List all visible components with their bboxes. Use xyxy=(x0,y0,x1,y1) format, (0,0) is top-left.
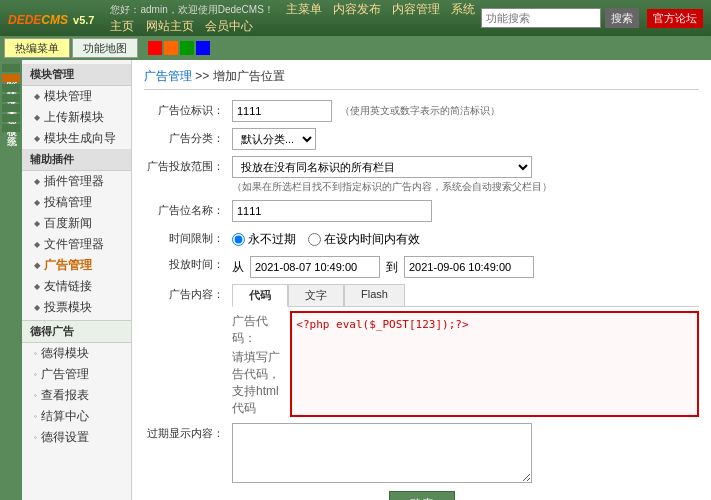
search-input[interactable] xyxy=(481,8,601,28)
ad-type-select[interactable]: 默认分类... xyxy=(232,128,316,150)
core-nav-member[interactable]: 会员 xyxy=(2,104,20,112)
ad-id-hint: （使用英文或数字表示的简洁标识） xyxy=(340,100,500,118)
sidebar-item-dede-module[interactable]: ◦ 德得模块 xyxy=(22,343,131,364)
submit-button[interactable]: 确定 xyxy=(389,491,455,500)
bullet-icon: ◦ xyxy=(34,370,37,379)
bullet-icon: ◆ xyxy=(34,240,40,249)
date-row: 从 到 xyxy=(232,254,534,278)
core-nav-generate[interactable]: 生成 xyxy=(2,84,20,92)
bullet-icon: ◆ xyxy=(34,92,40,101)
ad-id-input[interactable] xyxy=(232,100,332,122)
core-nav: 核心 模块 生成 采集 会员 模板 系统 xyxy=(0,60,22,500)
bullet-icon: ◆ xyxy=(34,134,40,143)
radio-period-input[interactable] xyxy=(308,233,321,246)
form-row-ad-name: 广告位名称： xyxy=(144,200,699,222)
tab-function-map[interactable]: 功能地图 xyxy=(72,38,138,58)
radio-forever[interactable]: 永不过期 xyxy=(232,231,296,248)
breadcrumb-current: 增加广告位置 xyxy=(213,69,285,83)
breadcrumb-separator: >> xyxy=(195,69,209,83)
search-button[interactable]: 搜索 xyxy=(605,8,639,28)
sidebar-item-ad-mgmt[interactable]: ◆ 广告管理 xyxy=(22,255,131,276)
sidebar-item-friendship-links[interactable]: ◆ 友情链接 xyxy=(22,276,131,297)
ad-name-input[interactable] xyxy=(232,200,432,222)
ad-name-label: 广告位名称： xyxy=(144,200,224,218)
tab-flash[interactable]: Flash xyxy=(344,284,405,306)
breadcrumb-parent[interactable]: 广告管理 xyxy=(144,69,192,83)
form-row-time-limit: 时间限制： 永不过期 在设内时间内有效 xyxy=(144,228,699,248)
code-description: 广告代码： 请填写广告代码，支持html代码 xyxy=(232,311,284,417)
form-row-expiry: 过期显示内容： xyxy=(144,423,699,483)
form-row-ad-range: 广告投放范围： 投放在没有同名标识的所有栏目 （如果在所选栏目找不到指定标识的广… xyxy=(144,156,699,194)
tab-code[interactable]: 代码 xyxy=(232,284,288,307)
publish-time-label: 投放时间： xyxy=(144,254,224,272)
breadcrumb: 广告管理 >> 增加广告位置 xyxy=(144,68,699,90)
color-box-green[interactable] xyxy=(180,41,194,55)
bullet-icon: ◆ xyxy=(34,177,40,186)
form-row-publish-time: 投放时间： 从 到 xyxy=(144,254,699,278)
sidebar-item-module-wizard[interactable]: ◆ 模块生成向导 xyxy=(22,128,131,149)
sidebar-item-dede-settings[interactable]: ◦ 德得设置 xyxy=(22,427,131,448)
color-box-red[interactable] xyxy=(148,41,162,55)
bullet-icon: ◆ xyxy=(34,282,40,291)
sidebar-item-plugin-mgr[interactable]: ◆ 插件管理器 xyxy=(22,171,131,192)
from-date-input[interactable] xyxy=(250,256,380,278)
sidebar-item-upload-module[interactable]: ◆ 上传新模块 xyxy=(22,107,131,128)
core-nav-module[interactable]: 模块 xyxy=(2,74,20,82)
bullet-icon: ◆ xyxy=(34,261,40,270)
sidebar-section-module-mgmt: 模块管理 xyxy=(22,64,131,86)
left-panel: 模块管理 ◆ 模块管理 ◆ 上传新模块 ◆ 模块生成向导 辅助插件 ◆ 插件管理… xyxy=(22,60,132,500)
bullet-icon: ◆ xyxy=(34,303,40,312)
radio-group-time: 永不过期 在设内时间内有效 xyxy=(232,228,420,248)
official-link[interactable]: 官方论坛 xyxy=(647,9,703,28)
sidebar-section-dede-ad: 德得广告 xyxy=(22,320,131,343)
nav-content-publish[interactable]: 内容发布 xyxy=(333,2,381,16)
core-nav-system[interactable]: 系统 xyxy=(2,124,20,132)
sidebar-item-dede-ad-mgmt[interactable]: ◦ 广告管理 xyxy=(22,364,131,385)
core-nav-core[interactable]: 核心 xyxy=(2,64,20,72)
ad-range-select[interactable]: 投放在没有同名标识的所有栏目 xyxy=(232,156,532,178)
code-hint: 请填写广告代码，支持html代码 xyxy=(232,349,284,417)
color-boxes xyxy=(148,41,210,55)
header: DEDECMS v5.7 您好：admin，欢迎使用DedeCMS！ 主菜单 内… xyxy=(0,0,711,36)
sidebar-item-vote-module[interactable]: ◆ 投票模块 xyxy=(22,297,131,318)
core-nav-collect[interactable]: 采集 xyxy=(2,94,20,102)
to-date-input[interactable] xyxy=(404,256,534,278)
header-links: 您好：admin，欢迎使用DedeCMS！ 主菜单 内容发布 内容管理 系统主页… xyxy=(110,1,481,35)
logo-version: v5.7 xyxy=(73,14,94,26)
radio-forever-label: 永不过期 xyxy=(248,231,296,248)
sidebar-item-settlement[interactable]: ◦ 结算中心 xyxy=(22,406,131,427)
ad-type-label: 广告分类： xyxy=(144,128,224,146)
sidebar-item-view-report[interactable]: ◦ 查看报表 xyxy=(22,385,131,406)
expiry-textarea[interactable] xyxy=(232,423,532,483)
expiry-label: 过期显示内容： xyxy=(144,423,224,441)
content-area: 广告管理 >> 增加广告位置 广告位标识： （使用英文或数字表示的简洁标识） 广… xyxy=(132,60,711,500)
logo: DEDECMS v5.7 xyxy=(8,8,94,29)
tab-hot-menu[interactable]: 热编菜单 xyxy=(4,38,70,58)
logo-cms: CMS xyxy=(41,13,68,27)
sidebar-item-submission[interactable]: ◆ 投稿管理 xyxy=(22,192,131,213)
sidebar-item-module-mgmt[interactable]: ◆ 模块管理 xyxy=(22,86,131,107)
sidebar-item-baidu-news[interactable]: ◆ 百度新闻 xyxy=(22,213,131,234)
bullet-icon: ◆ xyxy=(34,198,40,207)
core-nav-template[interactable]: 模板 xyxy=(2,114,20,122)
radio-period[interactable]: 在设内时间内有效 xyxy=(308,231,420,248)
form-row-content: 广告内容： 代码 文字 Flash 广告代码： 请填写广告代码，支持html代码… xyxy=(144,284,699,417)
tab-text[interactable]: 文字 xyxy=(288,284,344,306)
color-box-blue[interactable] xyxy=(196,41,210,55)
sidebar-section-helper: 辅助插件 xyxy=(22,149,131,171)
content-tabs: 代码 文字 Flash xyxy=(232,284,699,307)
bullet-icon: ◦ xyxy=(34,391,37,400)
nav-content-manage[interactable]: 内容管理 xyxy=(392,2,440,16)
nav-main[interactable]: 主菜单 xyxy=(286,2,322,16)
bullet-icon: ◆ xyxy=(34,113,40,122)
nav-site-home[interactable]: 网站主页 xyxy=(146,19,194,33)
content-right-panel: 代码 文字 Flash 广告代码： 请填写广告代码，支持html代码 <?php… xyxy=(232,284,699,417)
color-box-orange[interactable] xyxy=(164,41,178,55)
bullet-icon: ◦ xyxy=(34,433,37,442)
bullet-icon: ◦ xyxy=(34,412,37,421)
ad-id-label: 广告位标识： xyxy=(144,100,224,118)
search-area: 搜索 官方论坛 xyxy=(481,8,703,28)
radio-forever-input[interactable] xyxy=(232,233,245,246)
sidebar-item-file-mgr[interactable]: ◆ 文件管理器 xyxy=(22,234,131,255)
nav-member-center[interactable]: 会员中心 xyxy=(205,19,253,33)
